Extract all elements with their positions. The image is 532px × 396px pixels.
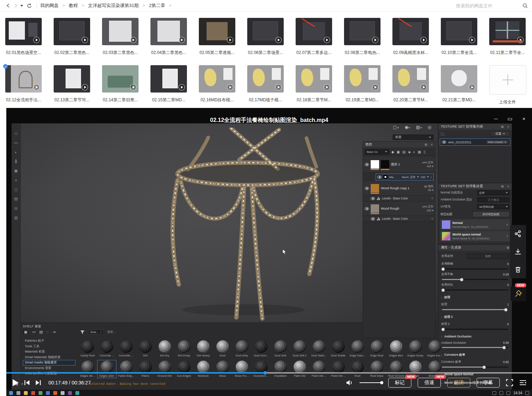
shader-select[interactable]: Main shader xyxy=(486,140,508,144)
file-card[interactable]: 02.09高精度水杯... xyxy=(392,18,429,56)
shelf-category[interactable]: Particles 粒子 xyxy=(23,338,75,344)
download-icon[interactable] xyxy=(514,248,521,255)
global-blur-slider[interactable] xyxy=(442,268,508,269)
smart-mask-item[interactable]: Edges Scr... xyxy=(425,340,444,358)
notification-icon[interactable] xyxy=(525,391,529,395)
remove-effect-icon[interactable]: × xyxy=(430,176,432,179)
section-grunge[interactable]: 纹理 xyxy=(438,295,512,300)
visibility-eye-icon[interactable] xyxy=(365,163,369,166)
layer-row-2[interactable]: Wood Rough copy 1 lgt 强光50 ▾ xyxy=(363,181,435,196)
settings-button[interactable]: 设置 xyxy=(491,131,510,136)
mark-button[interactable]: 标记NEW xyxy=(388,378,411,388)
shelf-category[interactable]: Materials 材质 xyxy=(23,349,75,355)
smart-mask-sphere[interactable] xyxy=(351,361,364,373)
ao-slider[interactable] xyxy=(442,347,508,348)
smart-mask-sphere[interactable] xyxy=(294,340,306,353)
grunge-slider[interactable] xyxy=(442,309,508,310)
taskbar-clock[interactable]: 14:34 xyxy=(513,391,522,395)
seek-bar[interactable] xyxy=(6,372,532,374)
smart-mask-sphere[interactable] xyxy=(332,361,345,373)
file-card[interactable]: 02.11第二章节全... xyxy=(489,18,526,56)
add-fill-icon[interactable]: ◈ xyxy=(408,150,411,154)
delete-icon[interactable] xyxy=(514,266,521,273)
file-thumbnail[interactable] xyxy=(199,65,235,93)
tray-icon[interactable] xyxy=(506,391,510,395)
folder-icon[interactable] xyxy=(24,391,28,395)
layer-thumbnail[interactable] xyxy=(371,160,379,169)
video-player[interactable]: 02.12全流程手法餐椅绘制贴图渲染_batch.mp4 ─ ▭ × ◇ ▭ ◐… xyxy=(6,108,532,396)
previous-button[interactable] xyxy=(24,380,30,385)
render-icon[interactable]: ◎ xyxy=(428,125,431,130)
close-button[interactable]: × xyxy=(521,116,527,122)
shelf-category[interactable]: Smart masks 智能遮罩 xyxy=(23,360,75,366)
smart-mask-sphere[interactable] xyxy=(371,340,383,353)
file-thumbnail[interactable] xyxy=(54,18,90,45)
smart-mask-sphere[interactable] xyxy=(236,340,248,353)
smart-mask-sphere[interactable] xyxy=(139,361,152,373)
file-thumbnail[interactable] xyxy=(247,65,284,93)
file-thumbnail[interactable] xyxy=(150,18,187,45)
smart-mask-item[interactable]: Dust Occl... xyxy=(251,340,271,358)
file-thumbnail[interactable] xyxy=(441,65,477,93)
file-card[interactable]: 02.18第二章节M... xyxy=(296,65,332,105)
filter-chip[interactable]: Sma...× xyxy=(88,330,104,334)
file-thumbnail[interactable] xyxy=(392,18,429,45)
volume-icon[interactable] xyxy=(346,380,353,386)
smart-mask-sphere[interactable] xyxy=(101,340,113,353)
smart-mask-sphere[interactable] xyxy=(81,361,94,373)
ao-mix-field[interactable]: 正片叠底 xyxy=(477,197,510,202)
smart-mask-sphere[interactable] xyxy=(101,361,113,373)
file-card-selected[interactable]: 02.12全流程手法... xyxy=(5,65,42,105)
smart-mask-sphere[interactable] xyxy=(274,361,287,373)
smart-mask-sphere[interactable] xyxy=(255,340,268,353)
file-thumbnail[interactable] xyxy=(102,18,139,45)
mask-effect-row[interactable]: Ma... Norm 正常 100 × xyxy=(376,173,434,180)
forward-icon[interactable] xyxy=(12,2,20,9)
smart-mask-item[interactable]: Dirt Heavy xyxy=(194,340,213,358)
smart-mask-item[interactable]: Dirt Dusty xyxy=(174,340,194,358)
shelf-category[interactable]: Environments 背景 xyxy=(23,366,75,371)
fullscreen-icon[interactable] xyxy=(506,379,513,386)
upload-box[interactable] xyxy=(489,65,526,95)
section-curvature[interactable]: Curvature 曲率 xyxy=(438,353,512,357)
file-thumbnail[interactable] xyxy=(489,18,526,45)
visibility-eye-icon[interactable] xyxy=(442,141,446,144)
start-icon[interactable] xyxy=(9,391,13,395)
file-card[interactable]: 02.02第二章黑色... xyxy=(54,18,90,56)
stamp-icon[interactable]: ▣ xyxy=(397,150,400,154)
tool-icon[interactable]: ▭ xyxy=(14,141,18,145)
upload-tile[interactable]: 上传文件 xyxy=(489,65,526,105)
file-card[interactable]: 02.01黑色场景空... xyxy=(5,18,42,56)
smart-mask-item[interactable]: Edge Dam... xyxy=(348,340,367,358)
camera-icon[interactable]: ▤ xyxy=(416,125,422,130)
tool-icon[interactable]: ◻ xyxy=(14,187,18,192)
file-card[interactable]: 02.19第二章MD... xyxy=(344,65,381,105)
file-thumbnail[interactable] xyxy=(296,65,332,93)
remove-map-icon[interactable]: × xyxy=(506,223,508,226)
smart-mask-sphere[interactable] xyxy=(178,340,190,353)
smart-mask-item[interactable]: Edges Blur xyxy=(386,340,406,358)
layer-name[interactable]: Wood Rough xyxy=(381,207,420,210)
channel-filter-select[interactable]: Base Co xyxy=(365,149,389,155)
close-icon[interactable]: × xyxy=(431,143,433,147)
smart-mask-sphere[interactable] xyxy=(371,361,383,373)
expand-icon[interactable]: ▭ xyxy=(32,330,35,334)
tool-icon[interactable]: ◐ xyxy=(15,150,17,154)
smart-mask-sphere[interactable] xyxy=(313,361,325,373)
file-thumbnail[interactable] xyxy=(5,18,42,45)
file-card[interactable]: 02.20第二章节M... xyxy=(392,65,429,105)
breadcrumb-item[interactable]: 我的网盘 xyxy=(40,2,69,9)
mask-thumbnail[interactable] xyxy=(381,160,389,169)
layer-row-1[interactable]: 图层 1 orm 正常100 ▾ xyxy=(363,156,435,173)
display-settings-icon[interactable]: ▢ xyxy=(393,125,399,130)
delete-layer-icon[interactable]: ▯ xyxy=(424,150,426,154)
tool-icon[interactable]: ▣ xyxy=(14,169,18,173)
visibility-eye-icon[interactable] xyxy=(365,187,369,190)
breadcrumb-item[interactable]: 2第二章 xyxy=(149,2,175,9)
curvature-slider[interactable] xyxy=(442,367,508,368)
smart-mask-sphere[interactable] xyxy=(390,361,403,373)
visibility-eye-icon[interactable] xyxy=(371,217,375,220)
smart-mask-item[interactable]: Dust Soft xyxy=(271,340,290,358)
smart-mask-sphere[interactable] xyxy=(390,340,403,353)
global-invert-button[interactable]: 关闭 xyxy=(467,253,509,259)
